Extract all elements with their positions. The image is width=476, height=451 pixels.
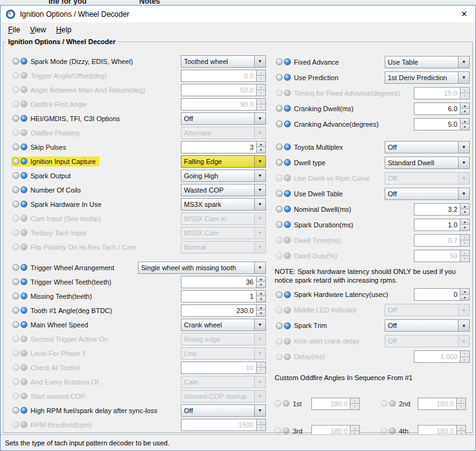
gauge-icon — [276, 353, 283, 360]
spinner-up-icon[interactable]: ▲ — [460, 204, 469, 210]
setting-label: Middle LED indicator — [294, 306, 357, 314]
menu-view[interactable]: View — [25, 24, 51, 35]
chevron-down-icon[interactable]: ▼ — [458, 157, 469, 168]
help-icon — [21, 129, 27, 136]
chevron-down-icon[interactable]: ▼ — [254, 113, 265, 124]
custom-oddfire-title: Custom Oddfire Angles In Sequence From #… — [275, 372, 470, 383]
dropdown-flip-polarity-on-hi-res-tach-cam: Normal▼ — [181, 241, 266, 253]
help-icon — [21, 407, 27, 414]
spinner-cranking-dwell-ms[interactable]: 6.0▲▼ — [414, 102, 470, 115]
spinner-up-icon[interactable]: ▲ — [257, 291, 265, 297]
help-icon — [21, 158, 27, 165]
dropdown-use-dwell-table[interactable]: Off▼ — [385, 188, 470, 200]
chevron-down-icon[interactable]: ▼ — [254, 56, 265, 67]
dropdown-spark-output[interactable]: Going High▼ — [181, 170, 266, 182]
setting-label-group: Oddfire First Angle — [11, 99, 91, 109]
spinner-down-icon: ▼ — [460, 93, 469, 99]
spinner-down-icon[interactable]: ▼ — [460, 109, 469, 114]
chevron-down-icon[interactable]: ▼ — [254, 262, 265, 273]
spinner-up-icon[interactable]: ▲ — [257, 305, 265, 311]
spinner-down-icon[interactable]: ▼ — [460, 124, 469, 130]
spinner-skip-pulses[interactable]: 3▲▼ — [181, 141, 266, 153]
setting-row-start-wasted-cop: Start wasted COPWasted-COP startup▼ — [11, 389, 266, 403]
spinner-down-icon[interactable]: ▼ — [460, 225, 469, 230]
dropdown-use-prediction[interactable]: 1st Deriv Prediction▼ — [385, 71, 470, 84]
spinner-nominal-dwell-ms[interactable]: 3.2▲▼ — [414, 203, 470, 216]
chevron-down-icon[interactable]: ▼ — [458, 320, 469, 331]
spinner-down-icon[interactable]: ▼ — [460, 295, 469, 301]
setting-label-area: Cam Input (See tooltip) — [11, 211, 181, 226]
gauge-icon — [276, 338, 283, 345]
dropdown-spark-mode-dizzy-edis-wheel[interactable]: Toothed wheel▼ — [181, 55, 266, 68]
setting-label: Missing Teeth(teeth) — [30, 293, 92, 300]
dropdown-main-wheel-speed[interactable]: Crank wheel▼ — [181, 319, 266, 331]
spinner-down-icon[interactable]: ▼ — [257, 296, 265, 302]
spinner-down-icon[interactable]: ▼ — [257, 282, 265, 288]
spinner-down-icon[interactable]: ▼ — [460, 209, 469, 215]
setting-row-skip-pulses: Skip Pulses3▲▼ — [11, 140, 266, 154]
spinner-up-icon: ▲ — [460, 250, 469, 257]
spinner-rpm-threshold-rpm: 1500▲▼ — [181, 419, 266, 431]
dropdown-spark-trim[interactable]: Off▼ — [385, 319, 470, 332]
setting-label-area: Ignition Input Capture — [11, 154, 181, 168]
spinner-up-icon[interactable]: ▲ — [460, 119, 469, 125]
chevron-down-icon[interactable]: ▼ — [458, 57, 469, 68]
spinner-up-icon[interactable]: ▲ — [460, 219, 469, 226]
spinner-up-icon[interactable]: ▲ — [460, 289, 469, 295]
spinner-down-icon[interactable]: ▼ — [257, 147, 265, 153]
spinner-up-icon: ▲ — [460, 235, 469, 241]
spinner-spark-duration-ms[interactable]: 1.0▲▼ — [414, 219, 470, 231]
gauge-icon — [276, 291, 283, 298]
dropdown-spark-hardware-in-use[interactable]: MS3X spark▼ — [181, 198, 266, 211]
close-icon[interactable]: ✕ — [453, 6, 475, 22]
spinner-up-icon[interactable]: ▲ — [257, 142, 265, 148]
help-icon — [21, 335, 27, 342]
chevron-down-icon[interactable]: ▼ — [458, 142, 469, 153]
spinner-tooth-1-angle-deg-btdc[interactable]: 230.0▲▼ — [181, 304, 266, 317]
chevron-down-icon[interactable]: ▼ — [458, 72, 469, 83]
background-fragment: Notes — [139, 0, 160, 5]
chevron-down-icon[interactable]: ▼ — [254, 156, 265, 167]
setting-row-check-at-tooth: Check At Tooth#10▲▼ — [11, 360, 266, 375]
help-icon — [284, 89, 291, 96]
dropdown-high-rpm-fuel-spark-delay-after-sync-loss[interactable]: Off▼ — [181, 404, 266, 417]
spinner-missing-teeth-teeth[interactable]: 1▲▼ — [181, 290, 266, 303]
dropdown-ignition-input-capture[interactable]: Falling Edge▼ — [181, 155, 266, 168]
dropdown-toyota-multiplex[interactable]: Off▼ — [385, 141, 470, 153]
spinner-spark-hardware-latency-usec[interactable]: 0▲▼ — [414, 288, 470, 301]
dropdown-number-of-coils[interactable]: Wasted COP▼ — [181, 184, 266, 196]
chevron-down-icon[interactable]: ▼ — [254, 319, 265, 330]
setting-label-area: Oddfire First Angle — [11, 97, 181, 111]
titlebar[interactable]: Ignition Options / Wheel Decoder ✕ — [1, 6, 475, 22]
chevron-down-icon: ▼ — [458, 173, 469, 184]
setting-label-area: Skip Pulses — [11, 140, 181, 154]
spinner-buttons: ▲▼ — [256, 70, 265, 81]
spinner-cranking-advance-degrees[interactable]: 5.0▲▼ — [414, 118, 470, 130]
chevron-down-icon[interactable]: ▼ — [254, 170, 265, 181]
spinner-up-icon[interactable]: ▲ — [257, 276, 265, 283]
spinner-trigger-wheel-teeth-teeth[interactable]: 36▲▼ — [181, 276, 266, 288]
chevron-down-icon[interactable]: ▼ — [458, 188, 469, 199]
dropdown-dwell-type[interactable]: Standard Dwell▼ — [385, 157, 470, 169]
dropdown-second-trigger-active-on: Rising edge▼ — [181, 333, 266, 345]
dropdown-hei-gmdis-tfi-c3i-options[interactable]: Off▼ — [181, 112, 266, 125]
spinner-oddfire-1st: 180.0▲▼ — [311, 398, 360, 410]
menu-help[interactable]: Help — [51, 24, 76, 35]
spinner-value: 90.0 — [181, 99, 256, 110]
chevron-down-icon[interactable]: ▼ — [254, 184, 265, 196]
setting-label-area: Kick-start crank delay — [275, 334, 385, 349]
dropdown-trigger-wheel-arrangement[interactable]: Single wheel with missing tooth▼ — [138, 262, 266, 274]
dropdown-fixed-advance[interactable]: Use Table▼ — [385, 56, 470, 68]
spinner-angle-between-main-and-return-deg: 50.0▲▼ — [181, 84, 266, 96]
help-icon — [284, 221, 291, 228]
spinner-up-icon[interactable]: ▲ — [460, 103, 469, 109]
chevron-down-icon[interactable]: ▼ — [254, 405, 265, 416]
chevron-down-icon[interactable]: ▼ — [254, 199, 265, 210]
gauge-icon — [276, 237, 283, 244]
spinner-dwell-time-ms: 0.7▲▼ — [414, 234, 470, 247]
menu-file[interactable]: File — [3, 24, 25, 35]
dropdown-value: Going High — [181, 170, 254, 181]
spinner-down-icon[interactable]: ▼ — [257, 311, 265, 316]
help-icon — [284, 121, 291, 127]
gauge-icon — [12, 101, 19, 107]
